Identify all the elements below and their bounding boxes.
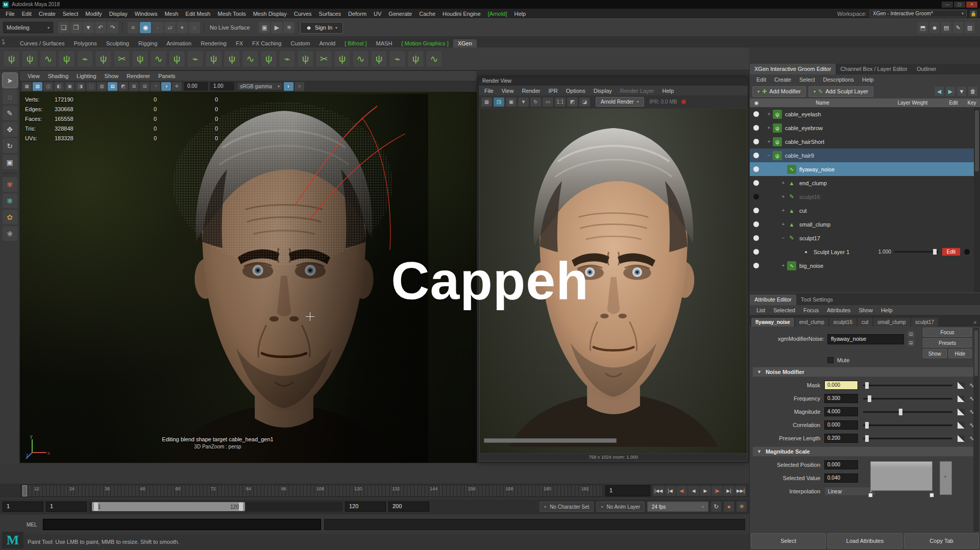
viewport-menu-item[interactable]: Lighting [73, 72, 100, 80]
workspace-lock-icon[interactable]: 🔒 [970, 10, 977, 17]
attribute-slider[interactable] [863, 424, 952, 426]
animation-start-field[interactable]: 1 [46, 502, 87, 512]
ipr-stop-icon[interactable] [681, 99, 686, 104]
attribute-value-field[interactable]: 0.000 [824, 420, 858, 430]
paint-select-tool-icon[interactable]: ✎ [3, 106, 17, 120]
render-toolbar-icon[interactable]: ▭ [543, 97, 553, 107]
xgen-layer-row[interactable]: + cable_eyelash [750, 107, 974, 121]
render-view-menu-item[interactable]: File [481, 87, 497, 94]
menu-item[interactable]: Select [59, 10, 82, 17]
xgen-menu-item[interactable]: Descriptions [820, 76, 858, 83]
shelf-tab[interactable]: Curves / Surfaces [15, 39, 69, 47]
viewport-menu-item[interactable]: Shading [44, 72, 72, 80]
xgen-shelf-tool-icon[interactable]: ψ [334, 51, 351, 67]
render-toolbar-icon[interactable]: ↻ [530, 97, 541, 107]
move-tool-icon[interactable]: ✥ [3, 122, 17, 137]
node-tab[interactable]: end_clump [795, 318, 828, 327]
attribute-slider[interactable] [863, 398, 952, 399]
gamma-field[interactable]: 1.00 [210, 82, 234, 90]
go-to-end-button[interactable]: ▶▶| [735, 486, 746, 496]
close-button[interactable]: ✕ [966, 2, 977, 8]
shelf-options-icon[interactable]: ▾⚙ [2, 39, 5, 45]
play-forwards-button[interactable]: ▶ [700, 486, 711, 496]
loop-playback-icon[interactable]: ↻ [711, 502, 721, 512]
render-view-menu-item[interactable]: Render Layer [617, 87, 658, 94]
play-backwards-button[interactable]: ◀ [688, 486, 699, 496]
magnitude-scale-section-header[interactable]: ▼ Magnitude Scale [752, 446, 977, 457]
menu-item[interactable]: Help [511, 10, 530, 17]
attribute-editor-scrollbar[interactable] [973, 328, 979, 532]
xgen-shelf-tool-icon[interactable]: ψ [95, 51, 112, 67]
rotate-tool-icon[interactable]: ↻ [3, 138, 17, 153]
ipr-render-icon[interactable]: ▶ [271, 22, 282, 33]
move-layer-down-icon[interactable]: ▶ [946, 87, 955, 96]
attribute-value-field[interactable]: 0.000 [824, 381, 858, 390]
hide-button[interactable]: Hide [948, 349, 972, 358]
render-current-frame-icon[interactable]: ▣ [259, 22, 270, 33]
shelf-tab[interactable]: [ Bifrost ] [340, 39, 371, 47]
dock-tab[interactable]: Outliner [912, 64, 941, 74]
xgen-shelf-tool-icon[interactable]: ∿ [150, 51, 167, 67]
menu-item[interactable]: Mesh [161, 10, 182, 17]
shelf-tab[interactable]: Polygons [69, 39, 101, 47]
undo-icon[interactable]: ↶ [95, 22, 106, 33]
pin-node-icon[interactable]: ⊟ [907, 339, 915, 346]
scale-tool-icon[interactable]: ▣ [3, 155, 17, 169]
attribute-editor-menu-item[interactable]: List [753, 307, 769, 314]
menu-item[interactable]: Edit Mesh [182, 10, 214, 17]
attribute-editor-menu-item[interactable]: Attributes [823, 307, 854, 314]
panel-toolbar-icon[interactable]: ◫ [43, 82, 53, 91]
attribute-editor-menu-item[interactable]: Show [855, 307, 876, 314]
panel-toolbar-icon[interactable]: ⊟ [140, 82, 150, 91]
render-view-menu-item[interactable]: Render [518, 87, 544, 94]
add-modifier-button[interactable]: ▾ ✚ Add Modifier [752, 86, 806, 97]
expand-toggle-icon[interactable]: + [765, 111, 773, 117]
map-texture-icon[interactable] [958, 409, 965, 415]
snap-to-point-icon[interactable]: ∙ [152, 22, 163, 33]
snap-to-curve-icon[interactable]: ◉ [140, 22, 151, 33]
attribute-slider[interactable] [863, 385, 952, 386]
viewport-menu-item[interactable]: Renderer [123, 72, 154, 80]
panel-toolbar-icon[interactable]: ▤ [108, 82, 117, 91]
attribute-editor-tab[interactable]: Attribute Editor [750, 294, 796, 305]
xgen-menu-item[interactable]: Edit [753, 76, 770, 83]
xgen-layer-row[interactable]: − sculpt17 [750, 231, 974, 245]
xgen-shelf-tool-icon[interactable]: ψ [168, 51, 185, 67]
xgen-shelf-tool-icon[interactable]: ✂ [315, 51, 332, 67]
menu-item[interactable]: Mesh Tools [214, 10, 249, 17]
command-language-label[interactable]: MEL [27, 522, 40, 528]
visibility-dot-icon[interactable] [753, 221, 759, 227]
xgen-shelf-tool-icon[interactable]: ψ [224, 51, 240, 67]
attribute-value-field[interactable]: 4.000 [824, 407, 858, 416]
visibility-dot-icon[interactable] [753, 125, 759, 131]
move-layer-up-icon[interactable]: ◀ [935, 87, 944, 96]
xgen-shelf-tool-icon[interactable]: ⌁ [187, 51, 204, 67]
open-scene-icon[interactable]: ❐ [70, 22, 82, 33]
grab-groom-tool-icon[interactable]: ✾ [3, 177, 17, 192]
shelf-tab[interactable]: Sculpting [102, 39, 134, 47]
visibility-dot-icon[interactable] [753, 235, 759, 241]
name-column-header[interactable]: Name [763, 100, 882, 106]
attribute-editor-tab[interactable]: Tool Settings [796, 294, 838, 305]
shelf-tab[interactable]: Rendering [196, 39, 231, 47]
modeling-toolkit-toggle-icon[interactable]: ⬒ [918, 22, 928, 33]
tree-scrollbar[interactable] [974, 107, 980, 292]
footer-button[interactable]: Select [751, 533, 826, 548]
save-layers-icon[interactable]: ▼ [957, 87, 966, 96]
layer-weight-slider[interactable] [894, 251, 938, 253]
render-toolbar-icon[interactable]: ▣ [506, 97, 517, 107]
sign-in-button[interactable]: ☻ Sign In ▾ [300, 22, 343, 34]
exposure-field[interactable]: 0.00 [184, 82, 208, 90]
shelf-tab[interactable]: [ Motion Graphics ] [397, 39, 453, 47]
auto-keyframe-icon[interactable]: ● [724, 502, 734, 512]
render-view-menu-item[interactable]: View [498, 87, 518, 94]
panel-toolbar-icon[interactable]: ◩ [118, 82, 128, 91]
node-tab[interactable]: flyaway_noise [751, 318, 794, 327]
xgen-shelf-tool-icon[interactable]: ψ [132, 51, 149, 67]
render-view-menu-item[interactable]: Options [562, 87, 589, 94]
visibility-dot-icon[interactable] [753, 208, 759, 213]
node-tab[interactable]: sculpt16 [829, 318, 856, 327]
attribute-editor-menu-item[interactable]: Selected [770, 307, 799, 314]
xgen-shelf-tool-icon[interactable]: ✂ [113, 51, 130, 67]
shelf-tab[interactable]: FX [231, 39, 248, 47]
